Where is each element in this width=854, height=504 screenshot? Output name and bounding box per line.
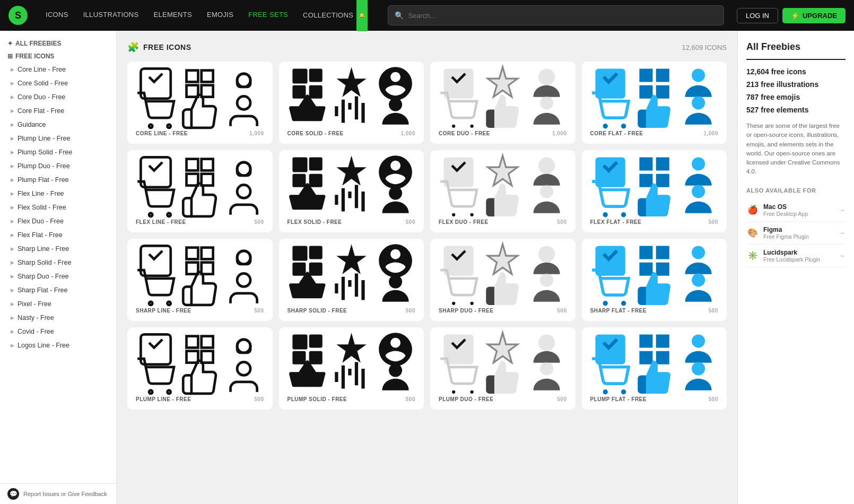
sidebar-item-10[interactable]: ▶Flex Solid - Free bbox=[0, 201, 116, 214]
sidebar-item-18[interactable]: ▶Nasty - Free bbox=[0, 311, 116, 325]
icon-card-8[interactable]: SHARP LINE - FREE 500 bbox=[127, 239, 273, 321]
nav-link-icons[interactable]: ICONS bbox=[38, 0, 76, 31]
icon-card-icons bbox=[590, 161, 719, 212]
icon-card-11[interactable]: SHARP FLAT - FREE 500 bbox=[582, 239, 727, 321]
sidebar-item-16[interactable]: ▶Sharp Flat - Free bbox=[0, 283, 116, 297]
feedback-bar[interactable]: 💬 Report Issues or Give Feedback bbox=[0, 483, 117, 504]
svg-point-22 bbox=[149, 213, 152, 216]
nav-link-elements[interactable]: ELEMENTS bbox=[146, 0, 199, 31]
chevron-icon: ▶ bbox=[11, 136, 14, 141]
icon-card-5[interactable]: FLEX SOLID - FREE 500 bbox=[279, 150, 424, 232]
icon-card-4[interactable]: FLEX LINE - FREE 500 bbox=[127, 150, 273, 232]
svg-point-13 bbox=[470, 125, 473, 128]
icon-cell-4 bbox=[634, 366, 674, 389]
sidebar-item-5[interactable]: ▶Plump Line - Free bbox=[0, 132, 116, 145]
chevron-icon: ▶ bbox=[11, 260, 14, 265]
sidebar-item-13[interactable]: ▶Sharp Line - Free bbox=[0, 242, 116, 256]
sidebar-item-0[interactable]: ▶Core Line - Free bbox=[0, 63, 116, 76]
card-title: PLUMP DUO - FREE bbox=[439, 396, 493, 402]
icon-cell-5 bbox=[376, 100, 415, 123]
svg-point-72 bbox=[452, 390, 455, 394]
icon-cell-4 bbox=[180, 277, 220, 300]
icon-cell-5 bbox=[527, 366, 567, 389]
icon-card-7[interactable]: FLEX FLAT - FREE 500 bbox=[582, 150, 727, 232]
platform-item-0[interactable]: 🍎 Mac OS Free Desktop App → bbox=[746, 199, 846, 222]
svg-rect-45 bbox=[292, 246, 307, 261]
icon-cell-3 bbox=[439, 188, 478, 212]
svg-point-59 bbox=[692, 274, 705, 287]
sidebar-item-4[interactable]: ▶Guidance bbox=[0, 118, 116, 132]
icon-card-0[interactable]: CORE LINE - FREE 1,000 bbox=[127, 62, 273, 144]
chevron-icon: ▶ bbox=[11, 150, 14, 155]
icon-card-9[interactable]: SHARP SOLID - FREE 500 bbox=[279, 239, 424, 321]
platform-item-1[interactable]: 🎨 Figma Free Figma Plugin → bbox=[746, 222, 846, 245]
sidebar-item-9[interactable]: ▶Flex Line - Free bbox=[0, 187, 116, 201]
icon-card-13[interactable]: PLUMP SOLID - FREE 500 bbox=[279, 327, 424, 410]
sidebar-item-15[interactable]: ▶Sharp Duo - Free bbox=[0, 270, 116, 283]
panel-stat-2[interactable]: 787 free emojis bbox=[746, 93, 846, 101]
chevron-icon: ▶ bbox=[11, 329, 14, 334]
icon-card-12[interactable]: PLUMP LINE - FREE 500 bbox=[127, 327, 273, 410]
sidebar-item-14[interactable]: ▶Sharp Solid - Free bbox=[0, 256, 116, 270]
grid-icon: ⊞ bbox=[7, 53, 13, 60]
icon-card-2[interactable]: CORE DUO - FREE 1,000 bbox=[430, 62, 576, 144]
sidebar-item-19[interactable]: ▶Covid - Free bbox=[0, 325, 116, 338]
sidebar-item-17[interactable]: ▶Pixel - Free bbox=[0, 297, 116, 311]
panel-stat-1[interactable]: 213 free illustrations bbox=[746, 80, 846, 89]
login-button[interactable]: LOG IN bbox=[737, 8, 778, 23]
upgrade-button[interactable]: ⚡ UPGRADE bbox=[782, 8, 846, 23]
icon-card-10[interactable]: SHARP DUO - FREE 500 bbox=[430, 239, 576, 321]
sidebar-free-icons[interactable]: ⊞ FREE ICONS bbox=[0, 50, 116, 63]
icon-card-15[interactable]: PLUMP FLAT - FREE 500 bbox=[582, 327, 727, 410]
icon-card-footer: SHARP FLAT - FREE 500 bbox=[590, 308, 719, 314]
sidebar-item-12[interactable]: ▶Flex Flat - Free bbox=[0, 228, 116, 242]
svg-point-39 bbox=[692, 185, 705, 198]
search-input[interactable] bbox=[408, 12, 717, 20]
icon-cell-5 bbox=[527, 100, 567, 123]
svg-rect-6 bbox=[309, 69, 322, 82]
sidebar: ✦ ALL FREEBIES ⊞ FREE ICONS ▶Core Line -… bbox=[0, 31, 117, 504]
card-count: 1,000 bbox=[552, 131, 567, 136]
sidebar-item-2[interactable]: ▶Core Duo - Free bbox=[0, 90, 116, 104]
nav-link-emojis[interactable]: EMOJIS bbox=[199, 0, 241, 31]
platform-name-1: Figma bbox=[763, 226, 809, 233]
panel-divider bbox=[746, 59, 846, 60]
icon-card-3[interactable]: CORE FLAT - FREE 1,000 bbox=[582, 62, 727, 144]
platform-name-0: Mac OS bbox=[763, 203, 808, 211]
nav-link-illustrations[interactable]: ILLUSTRATIONS bbox=[76, 0, 146, 31]
svg-point-73 bbox=[470, 390, 473, 394]
arrow-icon-1: → bbox=[838, 229, 846, 237]
svg-point-64 bbox=[237, 362, 250, 376]
icon-card-icons bbox=[439, 249, 567, 300]
sidebar-item-11[interactable]: ▶Flex Duo - Free bbox=[0, 214, 116, 228]
icon-cell-4 bbox=[332, 100, 371, 123]
chevron-icon: ▶ bbox=[11, 94, 14, 100]
icon-cell-3 bbox=[287, 277, 327, 300]
nav-link-freesets[interactable]: FREE SETS bbox=[241, 0, 295, 31]
sidebar-all-freebies[interactable]: ✦ ALL FREEBIES bbox=[0, 37, 116, 50]
icon-card-1[interactable]: CORE SOLID - FREE 1,000 bbox=[279, 62, 424, 144]
sidebar-item-3[interactable]: ▶Core Flat - Free bbox=[0, 104, 116, 118]
chevron-icon: ▶ bbox=[11, 81, 14, 86]
svg-point-31 bbox=[538, 158, 555, 174]
sidebar-item-7[interactable]: ▶Plump Duo - Free bbox=[0, 159, 116, 173]
card-count: 1,000 bbox=[400, 131, 415, 136]
icon-card-footer: FLEX LINE - FREE 500 bbox=[136, 219, 264, 225]
icon-card-6[interactable]: FLEX DUO - FREE 500 bbox=[430, 150, 576, 232]
logo[interactable]: S bbox=[8, 6, 28, 25]
sidebar-item-20[interactable]: ▶Logos Line - Free bbox=[0, 338, 116, 352]
sidebar-item-8[interactable]: ▶Plump Flat - Free bbox=[0, 173, 116, 187]
panel-stat-0[interactable]: 12,604 free icons bbox=[746, 67, 846, 76]
sidebar-item-6[interactable]: ▶Plump Solid - Free bbox=[0, 145, 116, 159]
panel-stat-3[interactable]: 527 free elements bbox=[746, 106, 846, 114]
icon-cell-3 bbox=[590, 100, 630, 123]
sidebar-item-1[interactable]: ▶Core Solid - Free bbox=[0, 76, 116, 90]
platform-item-2[interactable]: ✳️ Lucidspark Free Lucidspark Plugin → bbox=[746, 245, 846, 267]
chevron-icon: ▶ bbox=[11, 205, 14, 210]
nav-link-collections[interactable]: COLLECTIONS 🔔 bbox=[295, 0, 375, 31]
card-count: 500 bbox=[557, 308, 567, 314]
svg-point-56 bbox=[692, 246, 705, 259]
icon-card-icons bbox=[590, 72, 719, 123]
icon-card-14[interactable]: PLUMP DUO - FREE 500 bbox=[430, 327, 576, 410]
section-icon: 🧩 bbox=[127, 41, 139, 53]
